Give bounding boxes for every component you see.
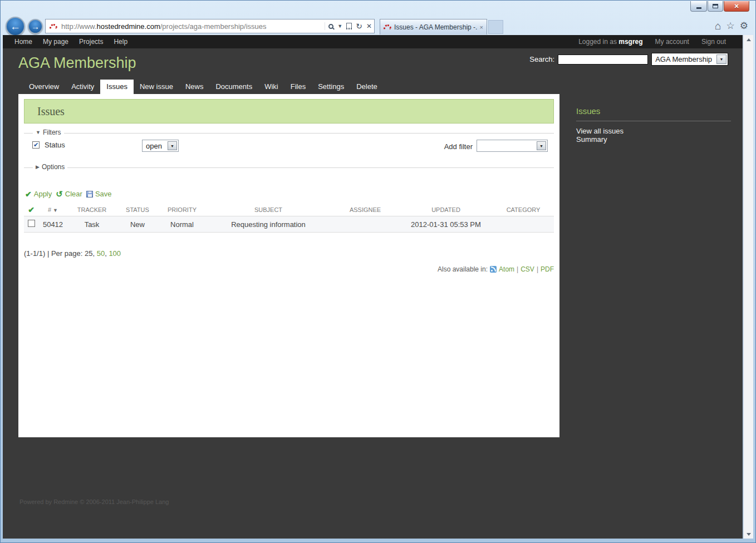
- csv-link[interactable]: CSV: [521, 265, 534, 273]
- tab-documents[interactable]: Documents: [209, 80, 258, 94]
- sidebar-link-view-all-issues[interactable]: View all issues: [576, 127, 731, 135]
- status-operator-select[interactable]: open: [142, 140, 179, 152]
- address-bar[interactable]: http://www.hostedredmine.com/projects/ag…: [45, 19, 375, 33]
- maximize-icon: [713, 4, 718, 8]
- issues-table: ✔ #▼ TRACKER STATUS PRIORITY SUBJECT ASS…: [24, 204, 554, 233]
- per-page-100-link[interactable]: 100: [109, 249, 121, 258]
- atom-link[interactable]: Atom: [499, 265, 514, 273]
- column-header-category[interactable]: CATEGORY: [507, 206, 541, 213]
- stop-icon[interactable]: ✕: [366, 23, 372, 29]
- my-account-link[interactable]: My account: [655, 38, 689, 46]
- project-jump-select[interactable]: AGA Membership: [651, 53, 728, 66]
- search-dropdown-icon[interactable]: ▼: [337, 23, 342, 29]
- menu-item-home[interactable]: Home: [14, 38, 32, 46]
- forward-button[interactable]: →: [28, 19, 43, 34]
- tab-wiki[interactable]: Wiki: [258, 80, 284, 94]
- per-page-50-link[interactable]: 50: [97, 249, 105, 258]
- back-button[interactable]: ←: [6, 17, 25, 36]
- sidebar-link-summary[interactable]: Summary: [576, 135, 731, 144]
- issue-status: New: [116, 216, 159, 233]
- project-header: AGA Membership Search: AGA Membership: [3, 48, 743, 80]
- options-legend[interactable]: ▶ Options: [33, 163, 67, 171]
- tools-gear-icon[interactable]: ⚙: [740, 21, 748, 31]
- status-checkbox[interactable]: [32, 141, 40, 149]
- apply-button[interactable]: ✔ Apply: [25, 190, 52, 198]
- table-row[interactable]: 50412 Task New Normal Requesting informa…: [24, 216, 554, 233]
- issue-updated: 2012-01-31 05:53 PM: [399, 216, 493, 233]
- new-tab-button[interactable]: [488, 20, 503, 34]
- sign-out-link[interactable]: Sign out: [701, 38, 726, 46]
- main-menu: Home My page Projects Help: [14, 38, 127, 46]
- menu-item-help[interactable]: Help: [114, 38, 127, 46]
- close-window-button[interactable]: ✕: [724, 1, 749, 12]
- refresh-icon[interactable]: ↻: [356, 22, 362, 30]
- scroll-down-button[interactable]: [744, 530, 753, 539]
- clear-button[interactable]: ↺ Clear: [56, 190, 82, 198]
- browser-tab[interactable]: Issues - AGA Membership -... ×: [380, 19, 487, 34]
- content-box: Issues ▼ Filters Status open: [18, 94, 559, 437]
- select-all-check-icon[interactable]: ✔: [28, 205, 35, 214]
- collapse-collapsed-icon: ▶: [36, 164, 40, 170]
- tab-settings[interactable]: Settings: [312, 80, 350, 94]
- column-header-updated[interactable]: UPDATED: [431, 206, 460, 213]
- save-button[interactable]: Save: [86, 190, 112, 198]
- column-header-assignee[interactable]: ASSIGNEE: [350, 206, 381, 213]
- column-header-id[interactable]: #: [48, 206, 51, 213]
- minimize-button[interactable]: [690, 1, 707, 12]
- tab-news[interactable]: News: [179, 80, 210, 94]
- atom-feed-icon[interactable]: [490, 266, 497, 273]
- project-jump-value: AGA Membership: [652, 55, 715, 63]
- add-filter-dropdown-icon[interactable]: [537, 141, 546, 150]
- export-formats: Also available in: Atom | CSV | PDF: [24, 265, 554, 273]
- menu-item-projects[interactable]: Projects: [79, 38, 103, 46]
- tab-activity[interactable]: Activity: [65, 80, 100, 94]
- browser-toolbar-icons: ⌂ ☆ ⚙: [715, 21, 748, 31]
- search-label: Search:: [529, 55, 554, 63]
- save-disk-icon: [86, 191, 93, 198]
- column-header-tracker[interactable]: TRACKER: [77, 206, 107, 213]
- maximize-button[interactable]: [708, 1, 723, 12]
- column-header-status[interactable]: STATUS: [126, 206, 149, 213]
- account-menu: Logged in as msgreg My account Sign out: [578, 38, 726, 46]
- options-fieldset: ▶ Options: [24, 167, 554, 182]
- tab-issues[interactable]: Issues: [100, 80, 134, 94]
- compatibility-view-icon[interactable]: [346, 23, 352, 29]
- export-label: Also available in:: [438, 265, 488, 273]
- search-input[interactable]: [558, 55, 648, 65]
- status-select-dropdown-icon[interactable]: [168, 141, 177, 150]
- home-icon[interactable]: ⌂: [715, 21, 721, 31]
- tab-overview[interactable]: Overview: [23, 80, 65, 94]
- column-header-priority[interactable]: PRIORITY: [168, 206, 197, 213]
- username: msgreg: [618, 38, 642, 46]
- column-header-subject[interactable]: SUBJECT: [254, 206, 282, 213]
- format-sep-2: |: [537, 265, 538, 273]
- main-area: Issues ▼ Filters Status open: [3, 94, 743, 539]
- per-page-label: Per page:: [51, 249, 82, 258]
- pagination: (1-1/1) | Per page: 25, 50, 100: [24, 249, 554, 258]
- pdf-link[interactable]: PDF: [541, 265, 554, 273]
- row-checkbox[interactable]: [28, 220, 35, 227]
- status-filter-row: Status open Add filter: [24, 134, 554, 158]
- minimize-icon: [696, 7, 701, 9]
- back-arrow-icon: ←: [10, 21, 21, 33]
- tab-files[interactable]: Files: [284, 80, 312, 94]
- vertical-scrollbar[interactable]: [743, 35, 753, 539]
- project-jump-dropdown-icon[interactable]: [716, 55, 726, 64]
- add-filter-select[interactable]: [477, 140, 548, 152]
- menu-item-my-page[interactable]: My page: [43, 38, 68, 46]
- issue-id-link[interactable]: 50412: [38, 216, 67, 233]
- tab-new-issue[interactable]: New issue: [134, 80, 179, 94]
- favorites-star-icon[interactable]: ☆: [726, 21, 735, 31]
- tab-delete[interactable]: Delete: [350, 80, 384, 94]
- issue-subject-link[interactable]: Requesting information: [205, 216, 331, 233]
- options-legend-label: Options: [42, 163, 65, 171]
- search-icon[interactable]: [328, 24, 333, 29]
- tab-close-icon[interactable]: ×: [480, 24, 483, 31]
- filter-actions: ✔ Apply ↺ Clear Save: [25, 190, 554, 198]
- pagination-pipe: |: [47, 249, 49, 258]
- scroll-up-button[interactable]: [744, 35, 753, 44]
- filters-fieldset: ▼ Filters Status open Add filter: [24, 133, 554, 158]
- url-text[interactable]: http://www.hostedredmine.com/projects/ag…: [61, 22, 325, 31]
- url-path: /projects/aga-membership/issues: [160, 22, 267, 31]
- status-label[interactable]: Status: [45, 141, 65, 149]
